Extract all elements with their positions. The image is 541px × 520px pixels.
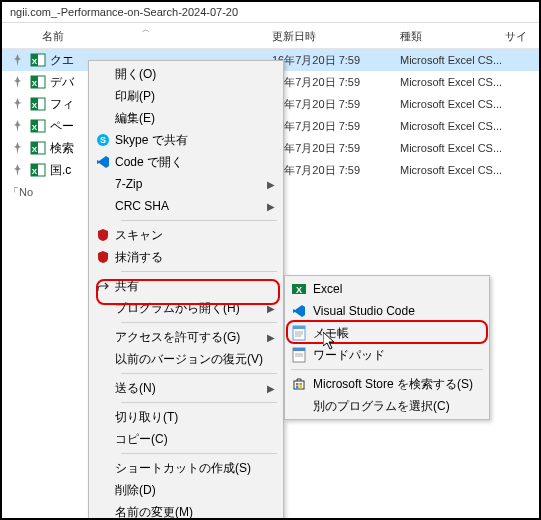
pin-icon xyxy=(10,164,24,176)
svg-text:X: X xyxy=(32,145,38,154)
vscode-icon xyxy=(95,154,111,170)
ctx-cut[interactable]: 切り取り(T) xyxy=(91,406,281,428)
svg-rect-35 xyxy=(300,386,303,389)
svg-text:X: X xyxy=(32,123,38,132)
wordpad-icon xyxy=(291,347,307,363)
pin-icon xyxy=(10,76,24,88)
col-type[interactable]: 種類 xyxy=(400,29,505,44)
separator xyxy=(121,453,277,454)
svg-rect-28 xyxy=(293,348,305,351)
svg-rect-31 xyxy=(294,381,304,389)
svg-rect-33 xyxy=(300,383,303,386)
file-date: 16年7月20日 7:59 xyxy=(272,53,400,68)
separator xyxy=(121,322,277,323)
file-type: Microsoft Excel CS... xyxy=(400,142,508,154)
chevron-right-icon: ▶ xyxy=(267,383,275,394)
file-type: Microsoft Excel CS... xyxy=(400,54,508,66)
ctx-edit[interactable]: 編集(E) xyxy=(91,107,281,129)
openwith-submenu: X Excel Visual Studio Code メモ帳 ワードパッド Mi… xyxy=(284,275,490,420)
ctx-scan[interactable]: スキャン xyxy=(91,224,281,246)
store-icon xyxy=(291,376,307,392)
column-headers: 名前 更新日時 種類 サイ xyxy=(2,23,539,49)
file-type: Microsoft Excel CS... xyxy=(400,98,508,110)
separator xyxy=(291,369,483,370)
sub-excel[interactable]: X Excel xyxy=(287,278,487,300)
file-date: 16年7月20日 7:59 xyxy=(272,163,400,178)
chevron-right-icon: ▶ xyxy=(267,179,275,190)
ctx-skype[interactable]: S Skype で共有 xyxy=(91,129,281,151)
ctx-share[interactable]: 共有 xyxy=(91,275,281,297)
ctx-crcsha[interactable]: CRC SHA▶ xyxy=(91,195,281,217)
ctx-7zip[interactable]: 7-Zip▶ xyxy=(91,173,281,195)
excel-icon: X xyxy=(30,96,46,112)
file-type: Microsoft Excel CS... xyxy=(400,76,508,88)
chevron-right-icon: ▶ xyxy=(267,303,275,314)
ctx-shred[interactable]: 抹消する xyxy=(91,246,281,268)
ctx-restore[interactable]: 以前のバージョンの復元(V) xyxy=(91,348,281,370)
ctx-openwith[interactable]: プログラムから開く(H)▶ xyxy=(91,297,281,319)
ctx-code[interactable]: Code で開く xyxy=(91,151,281,173)
ctx-rename[interactable]: 名前の変更(M) xyxy=(91,501,281,520)
context-menu: 開く(O) 印刷(P) 編集(E) S Skype で共有 Code で開く 7… xyxy=(88,60,284,520)
sort-indicator: ︿ xyxy=(142,24,150,35)
svg-rect-32 xyxy=(296,383,299,386)
pin-icon xyxy=(10,98,24,110)
excel-icon: X xyxy=(30,74,46,90)
file-date: 16年7月20日 7:59 xyxy=(272,141,400,156)
window-title: ngii.com_-Performance-on-Search-2024-07-… xyxy=(2,2,539,23)
pin-icon xyxy=(10,120,24,132)
notepad-icon xyxy=(291,325,307,341)
separator xyxy=(121,271,277,272)
ctx-delete[interactable]: 削除(D) xyxy=(91,479,281,501)
file-type: Microsoft Excel CS... xyxy=(400,164,508,176)
svg-rect-23 xyxy=(293,326,305,329)
separator xyxy=(121,220,277,221)
file-date: 16年7月20日 7:59 xyxy=(272,97,400,112)
svg-text:X: X xyxy=(32,79,38,88)
skype-icon: S xyxy=(95,132,111,148)
pin-icon xyxy=(10,142,24,154)
share-icon xyxy=(95,278,111,294)
vscode-icon xyxy=(291,303,307,319)
file-date: 16年7月20日 7:59 xyxy=(272,75,400,90)
excel-icon: X xyxy=(30,140,46,156)
file-date: 16年7月20日 7:59 xyxy=(272,119,400,134)
ctx-access[interactable]: アクセスを許可する(G)▶ xyxy=(91,326,281,348)
excel-icon: X xyxy=(30,162,46,178)
ctx-open[interactable]: 開く(O) xyxy=(91,63,281,85)
ctx-sendto[interactable]: 送る(N)▶ xyxy=(91,377,281,399)
separator xyxy=(121,373,277,374)
sub-notepad[interactable]: メモ帳 xyxy=(287,322,487,344)
col-name[interactable]: 名前 xyxy=(42,29,272,44)
svg-text:X: X xyxy=(32,167,38,176)
excel-icon: X xyxy=(30,118,46,134)
sub-vscode[interactable]: Visual Studio Code xyxy=(287,300,487,322)
sub-other[interactable]: 別のプログラムを選択(C) xyxy=(287,395,487,417)
sub-store[interactable]: Microsoft Store を検索する(S) xyxy=(287,373,487,395)
mcafee-icon xyxy=(95,227,111,243)
col-date[interactable]: 更新日時 xyxy=(272,29,400,44)
ctx-copy[interactable]: コピー(C) xyxy=(91,428,281,450)
svg-rect-34 xyxy=(296,386,299,389)
svg-text:X: X xyxy=(296,285,302,295)
separator xyxy=(121,402,277,403)
svg-text:X: X xyxy=(32,101,38,110)
excel-icon: X xyxy=(30,52,46,68)
pin-icon xyxy=(10,54,24,66)
col-size[interactable]: サイ xyxy=(505,29,527,44)
svg-text:S: S xyxy=(100,135,106,145)
svg-text:X: X xyxy=(32,57,38,66)
sub-wordpad[interactable]: ワードパッド xyxy=(287,344,487,366)
excel-icon: X xyxy=(291,281,307,297)
chevron-right-icon: ▶ xyxy=(267,332,275,343)
mcafee-icon xyxy=(95,249,111,265)
file-type: Microsoft Excel CS... xyxy=(400,120,508,132)
ctx-shortcut[interactable]: ショートカットの作成(S) xyxy=(91,457,281,479)
ctx-print[interactable]: 印刷(P) xyxy=(91,85,281,107)
chevron-right-icon: ▶ xyxy=(267,201,275,212)
